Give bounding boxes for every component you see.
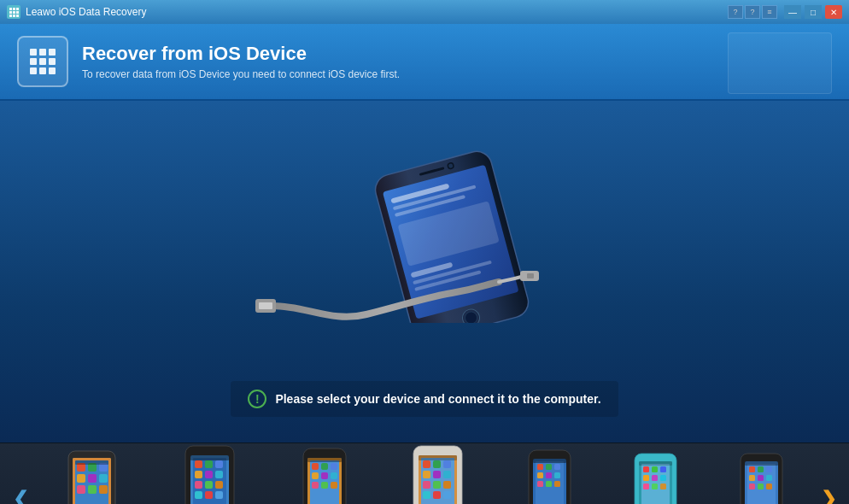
window-controls: — □ ✕ xyxy=(784,5,842,19)
main-content: ! Please select your device and connect … xyxy=(0,101,849,442)
svg-rect-52 xyxy=(205,471,213,478)
svg-rect-68 xyxy=(321,463,328,470)
titlebar-title: Leawo iOS Data Recovery xyxy=(26,6,728,18)
device-grid-icon xyxy=(30,49,56,74)
device-item-iphone6s[interactable]: iPhone 6s xyxy=(296,444,353,504)
device-item-iphone6[interactable]: iPhone 6 xyxy=(523,446,577,504)
header-subtitle: To recover data from iOS Device you need… xyxy=(82,68,400,80)
svg-rect-1 xyxy=(13,8,15,10)
svg-rect-87 xyxy=(423,471,430,478)
svg-rect-138 xyxy=(749,483,755,489)
svg-rect-95 xyxy=(443,491,451,499)
help-icon-3[interactable]: ≡ xyxy=(762,5,777,19)
svg-rect-74 xyxy=(321,482,328,489)
svg-rect-7 xyxy=(13,15,15,17)
svg-rect-75 xyxy=(331,482,337,489)
svg-rect-108 xyxy=(537,481,543,487)
svg-rect-89 xyxy=(443,471,451,478)
svg-rect-49 xyxy=(205,460,213,468)
carousel-left-arrow[interactable]: ❮ xyxy=(10,482,31,505)
svg-rect-84 xyxy=(423,460,430,468)
svg-rect-59 xyxy=(215,491,223,499)
svg-rect-53 xyxy=(215,471,223,478)
svg-rect-67 xyxy=(312,463,319,470)
device-illustration xyxy=(255,135,563,323)
svg-rect-0 xyxy=(9,8,12,10)
svg-rect-119 xyxy=(660,466,666,472)
header: Recover from iOS Device To recover data … xyxy=(0,24,849,101)
devices-row: iPhone SE xyxy=(34,442,815,504)
svg-rect-25 xyxy=(527,273,534,278)
phone-thumbnail-6s xyxy=(300,448,349,504)
svg-rect-85 xyxy=(433,460,441,468)
maximize-button[interactable]: □ xyxy=(805,5,822,19)
svg-rect-107 xyxy=(554,472,560,478)
svg-rect-122 xyxy=(660,475,666,481)
help-icon-2[interactable]: ? xyxy=(745,5,760,19)
svg-rect-86 xyxy=(443,460,451,468)
svg-rect-125 xyxy=(660,483,666,489)
app-icon xyxy=(7,5,20,19)
svg-rect-137 xyxy=(766,475,772,481)
header-text: Recover from iOS Device To recover data … xyxy=(82,43,400,80)
device-item-iphone5c[interactable]: iPhone 5C xyxy=(629,449,682,504)
svg-rect-2 xyxy=(16,8,19,10)
svg-rect-118 xyxy=(652,466,658,472)
phone-thumbnail-6plus xyxy=(410,445,465,504)
svg-rect-132 xyxy=(749,466,755,472)
svg-rect-36 xyxy=(88,474,97,483)
connection-message: Please select your device and connect it… xyxy=(275,392,600,406)
svg-rect-105 xyxy=(537,472,543,478)
svg-rect-6 xyxy=(9,15,12,17)
help-icon-1[interactable]: ? xyxy=(728,5,743,19)
warning-symbol: ! xyxy=(255,392,260,406)
svg-rect-70 xyxy=(312,472,319,479)
svg-rect-120 xyxy=(643,475,649,481)
svg-rect-40 xyxy=(99,485,108,494)
svg-rect-60 xyxy=(190,455,229,460)
svg-rect-91 xyxy=(433,481,441,489)
svg-rect-37 xyxy=(99,474,108,483)
svg-rect-121 xyxy=(652,475,658,481)
svg-rect-38 xyxy=(77,485,85,494)
svg-rect-123 xyxy=(643,483,649,489)
svg-rect-103 xyxy=(546,464,552,470)
svg-rect-135 xyxy=(749,475,755,481)
svg-rect-58 xyxy=(205,491,213,499)
svg-rect-88 xyxy=(433,471,441,478)
svg-rect-126 xyxy=(639,461,672,466)
svg-rect-90 xyxy=(423,481,430,489)
device-item-iphone6plus[interactable]: iPhone 6 Plus xyxy=(406,442,471,504)
svg-rect-41 xyxy=(75,460,108,465)
svg-rect-136 xyxy=(758,475,764,481)
svg-rect-133 xyxy=(758,466,764,472)
close-button[interactable]: ✕ xyxy=(825,5,842,19)
svg-rect-8 xyxy=(16,15,19,17)
svg-rect-104 xyxy=(554,464,560,470)
titlebar-help-icons: ? ? ≡ xyxy=(728,5,777,19)
svg-rect-5 xyxy=(16,11,19,14)
svg-rect-71 xyxy=(321,472,328,479)
minimize-button[interactable]: — xyxy=(784,5,801,19)
header-icon-box xyxy=(17,36,68,87)
svg-rect-76 xyxy=(307,458,342,462)
phone-thumbnail-5c xyxy=(632,453,679,504)
warning-icon: ! xyxy=(248,390,266,408)
device-item-iphone6splus[interactable]: iPhone 6s Plus xyxy=(175,442,244,504)
device-item-iphone5s[interactable]: iPhone 5S xyxy=(735,449,788,504)
svg-rect-124 xyxy=(652,483,658,489)
svg-rect-54 xyxy=(195,481,202,489)
svg-rect-141 xyxy=(745,461,778,466)
svg-rect-94 xyxy=(433,491,441,499)
svg-rect-93 xyxy=(423,491,430,499)
device-item-iphonese[interactable]: iPhone SE xyxy=(61,446,123,504)
svg-rect-35 xyxy=(77,474,85,483)
svg-rect-139 xyxy=(758,483,764,489)
svg-rect-39 xyxy=(88,485,97,494)
svg-rect-4 xyxy=(13,11,15,14)
phone-thumbnail-5s xyxy=(738,453,785,504)
svg-rect-110 xyxy=(554,481,560,487)
carousel-right-arrow[interactable]: ❯ xyxy=(818,482,839,505)
svg-rect-3 xyxy=(9,11,12,14)
svg-rect-134 xyxy=(766,466,772,472)
